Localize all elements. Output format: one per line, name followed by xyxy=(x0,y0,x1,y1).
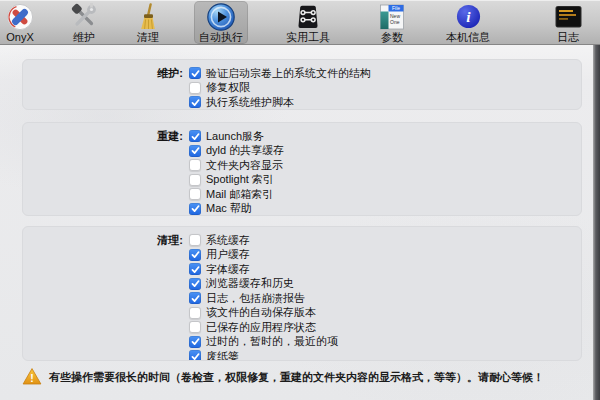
checkbox-row: 维护: 验证启动宗卷上的系统文件的结构 xyxy=(23,66,581,80)
checkbox-row: 重建: Launch服务 xyxy=(23,129,581,143)
svg-text:File: File xyxy=(392,5,400,11)
main-content: ! 有些操作需要很长的时间（卷检查，权限修复，重建的文件夹内容的显示格式，等等）… xyxy=(0,45,593,400)
checkbox-label: 系统缓存 xyxy=(206,233,250,248)
checkbox-label: 用户缓存 xyxy=(206,247,250,262)
group-box-maintenance: 维护: 验证启动宗卷上的系统文件的结构修复权限 执行系统维护脚本 xyxy=(22,59,582,110)
toolbar-item-cleaning[interactable]: 清理 xyxy=(116,1,180,44)
checkbox-label: Mac 帮助 xyxy=(206,201,252,216)
svg-text:!: ! xyxy=(30,372,34,384)
checkbox[interactable] xyxy=(189,307,201,319)
toolbar-item-label: 本机信息 xyxy=(446,31,490,43)
checkbox-label: 字体缓存 xyxy=(206,262,250,277)
checkbox-row: 修复权限 xyxy=(23,81,581,95)
checkbox-label: 日志，包括崩溃报告 xyxy=(206,291,305,306)
svg-text:One: One xyxy=(390,19,400,25)
checkbox-row: 字体缓存 xyxy=(23,262,581,276)
checkbox-row: 该文件的自动保存版本 xyxy=(23,306,581,320)
checkbox-row: 日志，包括崩溃报告 xyxy=(23,291,581,305)
section-label: 维护: xyxy=(23,66,189,81)
checkbox-label: 修复权限 xyxy=(206,80,250,95)
footer-warning-text: 有些操作需要很长的时间（卷检查，权限修复，重建的文件夹内容的显示格式，等等）。请… xyxy=(49,371,584,384)
group-box-rebuilding: 重建: Launch服务 dyld 的共享缓存文件夹内容显示Spotlight … xyxy=(22,122,582,216)
section-label: 重建: xyxy=(23,129,189,144)
parameters-icon: File New One xyxy=(379,2,405,31)
checkbox-row: 文件夹内容显示 xyxy=(23,158,581,172)
utilities-icon xyxy=(294,2,322,31)
checkbox-label: 文件夹内容显示 xyxy=(206,158,283,173)
checkbox[interactable] xyxy=(189,174,201,186)
checkbox-row: Mail 邮箱索引 xyxy=(23,187,581,201)
checkbox-label: 验证启动宗卷上的系统文件的结构 xyxy=(206,66,371,81)
section-label: 清理: xyxy=(23,233,189,248)
checkbox[interactable] xyxy=(189,278,201,290)
toolbar-item-logs[interactable]: 日志 xyxy=(536,1,600,44)
checkbox-row: Mac 帮助 xyxy=(23,202,581,216)
toolbar-item-parameters[interactable]: File New One 参数 xyxy=(360,1,424,44)
checkbox[interactable] xyxy=(189,321,201,333)
checkbox-label: Launch服务 xyxy=(206,129,264,144)
checkbox-row: 已保存的应用程序状态 xyxy=(23,320,581,334)
checkbox[interactable] xyxy=(189,145,201,157)
toolbar-item-utilities[interactable]: 实用工具 xyxy=(276,1,340,44)
checkbox[interactable] xyxy=(189,234,201,246)
checkbox-label: Mail 邮箱索引 xyxy=(206,187,273,202)
checkbox-label: 已保存的应用程序状态 xyxy=(206,320,316,335)
checkbox-row: 清理:系统缓存 xyxy=(23,233,581,247)
checkbox[interactable] xyxy=(189,188,201,200)
checkbox[interactable] xyxy=(189,159,201,171)
toolbar-item-label: 自动执行 xyxy=(199,31,243,43)
toolbar-item-label: 维护 xyxy=(73,31,95,43)
checkbox[interactable] xyxy=(189,82,201,94)
checkbox[interactable] xyxy=(189,292,201,304)
group-box-cleaning: 清理:系统缓存 用户缓存 字体缓存 浏览器缓存和历史 日志，包括崩溃报告该文件的… xyxy=(22,226,582,361)
toolbar-item-label: 参数 xyxy=(381,31,403,43)
cleaning-icon xyxy=(134,2,162,31)
checkbox-row: 浏览器缓存和历史 xyxy=(23,277,581,291)
checkbox-row: 废纸篓 xyxy=(23,349,581,361)
checkbox[interactable] xyxy=(189,67,201,79)
checkbox[interactable] xyxy=(189,203,201,215)
toolbar-item-label: 日志 xyxy=(557,31,579,43)
checkbox-row: 过时的，暂时的，最近的项 xyxy=(23,335,581,349)
window-right-edge xyxy=(593,45,600,400)
checkbox-label: dyld 的共享缓存 xyxy=(206,143,284,158)
toolbar-item-maintenance[interactable]: 维护 xyxy=(52,1,116,44)
checkbox[interactable] xyxy=(189,350,201,361)
toolbar-item-automation[interactable]: 自动执行 xyxy=(194,1,248,44)
checkbox-label: 废纸篓 xyxy=(206,349,239,362)
toolbar: OnyX 维护 清理 自动执行 实用工具 xyxy=(0,0,600,45)
checkbox-row: 执行系统维护脚本 xyxy=(23,95,581,109)
maintenance-icon xyxy=(70,2,98,31)
checkbox-label: 浏览器缓存和历史 xyxy=(206,276,294,291)
checkbox-label: 过时的，暂时的，最近的项 xyxy=(206,334,338,349)
toolbar-item-label: 实用工具 xyxy=(286,31,330,43)
toolbar-item-label: OnyX xyxy=(6,31,34,43)
checkbox[interactable] xyxy=(189,263,201,275)
checkbox-label: 执行系统维护脚本 xyxy=(206,95,294,110)
toolbar-item-info[interactable]: i 本机信息 xyxy=(436,1,500,44)
warning-triangle-icon: ! xyxy=(22,367,42,390)
toolbar-item-onyx[interactable]: OnyX xyxy=(0,1,52,44)
automation-icon xyxy=(206,2,236,31)
checkbox-label: Spotlight 索引 xyxy=(206,172,274,187)
onyx-app-icon xyxy=(6,2,34,31)
checkbox[interactable] xyxy=(189,249,201,261)
info-icon: i xyxy=(455,2,482,31)
svg-text:New: New xyxy=(390,12,400,18)
checkbox[interactable] xyxy=(189,96,201,108)
svg-text:i: i xyxy=(466,8,471,25)
checkbox-label: 该文件的自动保存版本 xyxy=(206,305,316,320)
toolbar-item-label: 清理 xyxy=(137,31,159,43)
checkbox-row: Spotlight 索引 xyxy=(23,173,581,187)
checkbox-row: dyld 的共享缓存 xyxy=(23,144,581,158)
checkbox[interactable] xyxy=(189,130,201,142)
logs-icon xyxy=(555,2,582,31)
checkbox-row: 用户缓存 xyxy=(23,248,581,262)
checkbox[interactable] xyxy=(189,336,201,348)
